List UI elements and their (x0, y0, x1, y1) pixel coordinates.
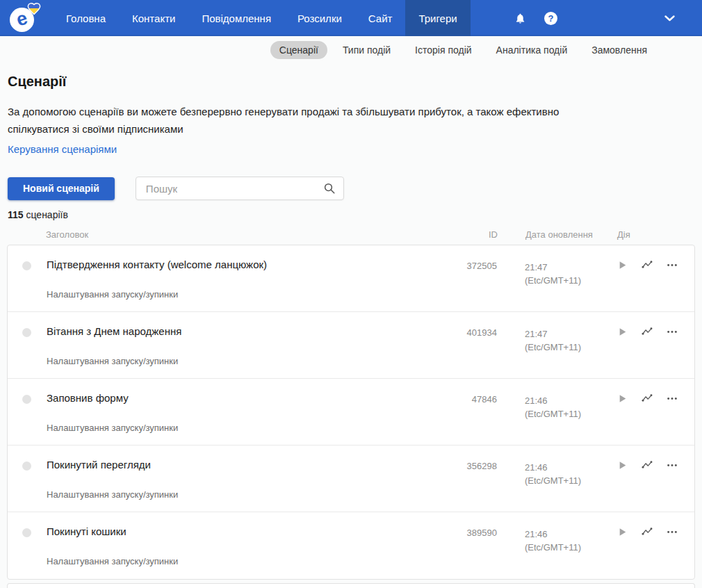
nav-item-2[interactable]: Повідомлення (188, 0, 284, 36)
next-card-edge (7, 583, 695, 588)
search-input[interactable] (136, 177, 344, 200)
updated-timezone: (Etc/GMT+11) (525, 407, 611, 420)
table-header: Заголовок ID Дата оновлення Дія (7, 229, 695, 240)
scenario-row[interactable]: Заповнив форму Налаштування запуску/зупи… (8, 379, 694, 446)
more-options-icon[interactable] (667, 326, 678, 338)
scenario-count: 115 сценаріїв (8, 209, 695, 220)
more-options-icon[interactable] (667, 459, 678, 471)
run-stop-settings-link[interactable]: Налаштування запуску/зупинки (47, 489, 444, 500)
scenario-list: Підтвердження контакту (welcome ланцюжок… (7, 245, 695, 580)
page-title: Сценарії (8, 74, 695, 90)
nav-item-5[interactable]: Тригери (405, 0, 470, 36)
updated-timezone: (Etc/GMT+11) (525, 474, 611, 487)
header-updated: Дата оновлення (507, 229, 612, 240)
help-icon[interactable]: ? (544, 0, 557, 36)
search-icon[interactable] (323, 182, 336, 197)
scenario-title[interactable]: Підтвердження контакту (welcome ланцюжок… (47, 259, 444, 270)
statistics-icon[interactable] (642, 526, 653, 538)
scenario-row[interactable]: Покинуті кошики Налаштування запуску/зуп… (8, 512, 694, 579)
updated-timezone: (Etc/GMT+11) (525, 341, 611, 354)
top-navigation: e ГоловнаКонтактиПовідомленняРозсилкиСай… (0, 0, 702, 36)
subnav-tab-3[interactable]: Аналітика подій (487, 41, 577, 59)
main-menu: ГоловнаКонтактиПовідомленняРозсилкиСайтТ… (53, 0, 471, 36)
scenario-updated: 21:47 (Etc/GMT+11) (507, 261, 611, 287)
header-id: ID (445, 229, 507, 240)
subnav-tab-1[interactable]: Типи подій (334, 41, 400, 59)
scenario-title[interactable]: Покинуті кошики (47, 525, 444, 537)
scenario-id: 389590 (444, 528, 507, 538)
scenario-count-value: 115 (8, 209, 24, 220)
row-actions (611, 259, 694, 271)
scenario-updated: 21:46 (Etc/GMT+11) (507, 394, 611, 420)
updated-timezone: (Etc/GMT+11) (525, 541, 611, 554)
row-actions (611, 526, 694, 538)
scenario-id: 401934 (444, 327, 507, 338)
scenario-title[interactable]: Заповнив форму (47, 392, 444, 404)
status-indicator (22, 261, 31, 270)
account-chevron-down-icon[interactable] (664, 0, 675, 36)
main-content: Сценарії За допомогою сценаріїв ви может… (0, 74, 702, 588)
statistics-icon[interactable] (642, 393, 653, 405)
nav-item-4[interactable]: Сайт (355, 0, 406, 36)
updated-time: 21:46 (525, 394, 611, 407)
scenario-title[interactable]: Вітання з Днем народження (47, 325, 444, 337)
manage-scenarios-link[interactable]: Керування сценаріями (8, 143, 117, 155)
scenario-title[interactable]: Покинутий перегляди (47, 459, 444, 471)
scenario-count-label: сценаріїв (24, 209, 68, 220)
statistics-icon[interactable] (642, 259, 653, 271)
play-icon[interactable] (617, 259, 628, 271)
row-actions (611, 393, 694, 405)
notifications-bell-icon[interactable] (514, 0, 526, 36)
row-actions (611, 326, 694, 338)
scenario-id: 356298 (444, 461, 507, 471)
updated-time: 21:47 (525, 261, 611, 274)
sendpulse-logo[interactable]: e (7, 0, 43, 36)
scenario-id: 47846 (444, 394, 507, 405)
triggers-subnav: СценаріїТипи подійІсторія подійАналітика… (0, 36, 702, 64)
row-actions (611, 459, 694, 471)
scenario-updated: 21:46 (Etc/GMT+11) (507, 461, 611, 487)
header-title: Заголовок (46, 229, 445, 240)
status-indicator (22, 462, 31, 471)
scenario-row[interactable]: Покинутий перегляди Налаштування запуску… (8, 446, 694, 512)
more-options-icon[interactable] (667, 259, 678, 271)
help-question-glyph: ? (544, 12, 557, 25)
run-stop-settings-link[interactable]: Налаштування запуску/зупинки (47, 356, 444, 366)
nav-item-3[interactable]: Розсилки (284, 0, 355, 36)
subnav-tab-4[interactable]: Замовлення (582, 41, 656, 59)
scenario-id: 372505 (444, 261, 507, 271)
toolbar: Новий сценарій (7, 177, 695, 200)
subnav-tab-2[interactable]: Історія подій (406, 41, 480, 59)
scenario-row[interactable]: Підтвердження контакту (welcome ланцюжок… (8, 245, 694, 312)
status-indicator (22, 328, 31, 337)
run-stop-settings-link[interactable]: Налаштування запуску/зупинки (47, 556, 444, 566)
header-action: Дія (612, 229, 695, 240)
search-box (136, 177, 344, 200)
run-stop-settings-link[interactable]: Налаштування запуску/зупинки (47, 289, 444, 300)
nav-item-1[interactable]: Контакти (119, 0, 188, 36)
updated-time: 21:46 (525, 528, 611, 541)
subnav-tab-0[interactable]: Сценарії (270, 41, 327, 59)
new-scenario-button[interactable]: Новий сценарій (8, 177, 115, 200)
status-indicator (22, 395, 31, 404)
status-indicator (22, 528, 31, 537)
statistics-icon[interactable] (642, 459, 653, 471)
run-stop-settings-link[interactable]: Налаштування запуску/зупинки (47, 423, 444, 433)
play-icon[interactable] (617, 459, 628, 471)
more-options-icon[interactable] (667, 393, 678, 405)
scenario-updated: 21:46 (Etc/GMT+11) (507, 528, 611, 554)
updated-time: 21:46 (525, 461, 611, 474)
play-icon[interactable] (617, 326, 628, 338)
updated-time: 21:47 (525, 327, 611, 341)
page-description: За допомогою сценаріїв ви можете безпере… (8, 103, 564, 138)
play-icon[interactable] (617, 526, 628, 538)
scenario-updated: 21:47 (Etc/GMT+11) (507, 327, 611, 354)
more-options-icon[interactable] (667, 526, 678, 538)
nav-item-0[interactable]: Головна (53, 0, 119, 36)
scenario-row[interactable]: Вітання з Днем народження Налаштування з… (8, 312, 694, 379)
play-icon[interactable] (617, 393, 628, 405)
statistics-icon[interactable] (642, 326, 653, 338)
updated-timezone: (Etc/GMT+11) (525, 274, 611, 287)
ukraine-heart-icon (26, 1, 42, 15)
